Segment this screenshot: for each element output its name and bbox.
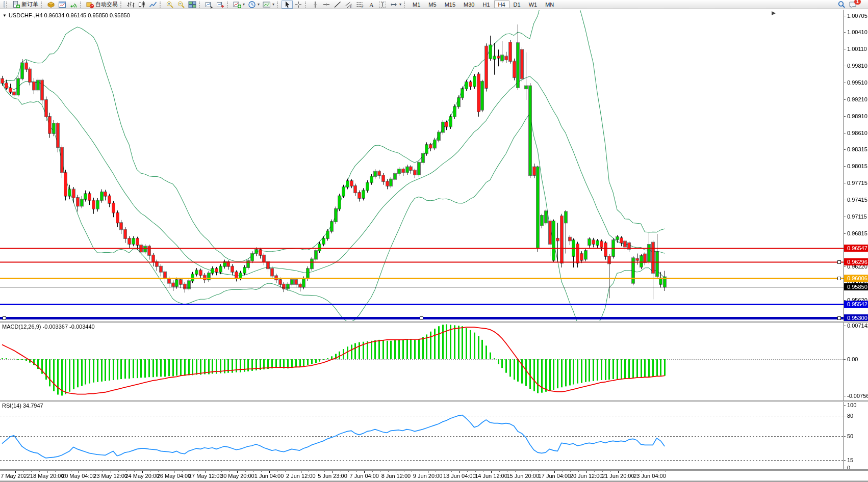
bar-chart-button[interactable] (125, 1, 136, 9)
toolbar-separator (404, 2, 407, 8)
timeframe-h4-button[interactable]: H4 (494, 1, 509, 8)
search-button[interactable] (836, 1, 847, 9)
toolbar-separator (199, 2, 202, 8)
signals-button[interactable] (68, 1, 79, 9)
timeframe-w1-button[interactable]: W1 (525, 1, 542, 8)
toolbar-separator (305, 2, 308, 8)
svg-text:A: A (369, 1, 374, 8)
chart-window: ▼USDCHF-,H4 0.96034 0.96145 0.95850 0.95… (0, 9, 868, 482)
tile-windows-icon (188, 1, 196, 9)
horizontal-line-button[interactable] (321, 1, 332, 9)
auto-arrange-icon (205, 1, 213, 9)
expert-advisors-button[interactable] (45, 1, 57, 9)
zoom-out-icon (177, 1, 185, 9)
candlestick-chart-button[interactable] (136, 1, 147, 9)
svg-text:F: F (362, 5, 364, 9)
toolbar-separator (80, 2, 83, 8)
timeframe-m1-button[interactable]: M1 (409, 1, 424, 8)
crosshair-icon (294, 1, 302, 9)
vertical-line-button[interactable] (310, 1, 321, 9)
chart-window-icon (58, 1, 66, 9)
toolbar-separator (160, 2, 163, 8)
timeframe-mn-button[interactable]: MN (541, 1, 558, 8)
text-label-button[interactable]: T (377, 1, 388, 9)
chart-shift-button[interactable] (215, 1, 226, 9)
autotrading-icon (86, 1, 94, 9)
toolbar-separator (6, 2, 9, 8)
new-chart-button[interactable]: ▾ (232, 1, 246, 9)
trendline-icon (334, 1, 342, 9)
shapes-icon (390, 1, 398, 9)
zoom-in-button[interactable] (164, 1, 175, 9)
fibonacci-button[interactable]: F (354, 1, 366, 9)
periods-icon (248, 1, 256, 9)
notification-badge: 1 (854, 0, 861, 5)
line-chart-button[interactable] (147, 1, 159, 9)
expert-advisors-icon (47, 1, 55, 9)
notifications-button[interactable]: 1 (847, 1, 866, 9)
horizontal-line-icon (322, 1, 330, 9)
market-watch-icon (1, 1, 5, 9)
zoom-out-button[interactable] (175, 1, 187, 9)
autotrading-button[interactable]: 自动交易 (85, 1, 119, 9)
timeframe-m30-button[interactable]: M30 (459, 1, 478, 8)
crosshair-button[interactable] (293, 1, 304, 9)
periods-button[interactable]: ▾ (246, 1, 261, 9)
zoom-in-icon (166, 1, 174, 9)
svg-text:E: E (350, 5, 353, 9)
bar-chart-icon (126, 1, 135, 9)
shapes-button[interactable]: ▾ (388, 1, 403, 9)
vertical-line-icon (311, 1, 319, 9)
signals-icon (69, 1, 78, 9)
text-button[interactable]: A (366, 1, 377, 9)
templates-icon (263, 1, 271, 9)
trendline-button[interactable] (332, 1, 343, 9)
chart-shift-icon (216, 1, 224, 9)
dropdown-caret-icon: ▾ (258, 2, 260, 7)
toolbar: 新订单自动交易▾▾▾EFAT▾M1M5M15M30H1H4D1W1MN1 (0, 0, 868, 9)
svg-text:T: T (381, 2, 384, 8)
search-icon (837, 1, 846, 9)
auto-arrange-button[interactable] (203, 1, 215, 9)
timeframe-d1-button[interactable]: D1 (509, 1, 525, 8)
new-order-button-label: 新订单 (21, 1, 38, 8)
timeframe-m5-button[interactable]: M5 (424, 1, 440, 8)
new-order-button[interactable]: 新订单 (11, 1, 40, 9)
cursor-button[interactable] (282, 1, 293, 9)
toolbar-separator (277, 2, 280, 8)
tile-windows-button[interactable] (187, 1, 198, 9)
cursor-icon (283, 1, 291, 9)
equidistant-channel-icon: E (345, 1, 353, 9)
candlestick-chart-icon (138, 1, 146, 9)
market-watch-button[interactable] (1, 1, 5, 9)
equidistant-channel-button[interactable]: E (343, 1, 354, 9)
fibonacci-icon: F (356, 1, 364, 9)
chart-canvas[interactable] (0, 9, 868, 482)
chart-window-button[interactable] (57, 1, 68, 9)
dropdown-caret-icon: ▾ (399, 2, 401, 7)
new-chart-icon (233, 1, 241, 9)
mt4-window: 新订单自动交易▾▾▾EFAT▾M1M5M15M30H1H4D1W1MN1 ▼US… (0, 0, 868, 482)
toolbar-separator (227, 2, 230, 8)
text-label-icon: T (378, 1, 387, 9)
autotrading-button-label: 自动交易 (95, 1, 118, 8)
dropdown-caret-icon: ▾ (243, 2, 245, 7)
timeframe-m15-button[interactable]: M15 (441, 1, 459, 8)
toolbar-separator (41, 2, 44, 8)
toolbar-separator (120, 2, 123, 8)
new-order-icon (12, 1, 20, 9)
text-icon: A (367, 1, 375, 9)
line-chart-icon (149, 1, 157, 9)
dropdown-caret-icon: ▾ (272, 2, 274, 7)
templates-button[interactable]: ▾ (261, 1, 276, 9)
timeframe-h1-button[interactable]: H1 (478, 1, 494, 8)
